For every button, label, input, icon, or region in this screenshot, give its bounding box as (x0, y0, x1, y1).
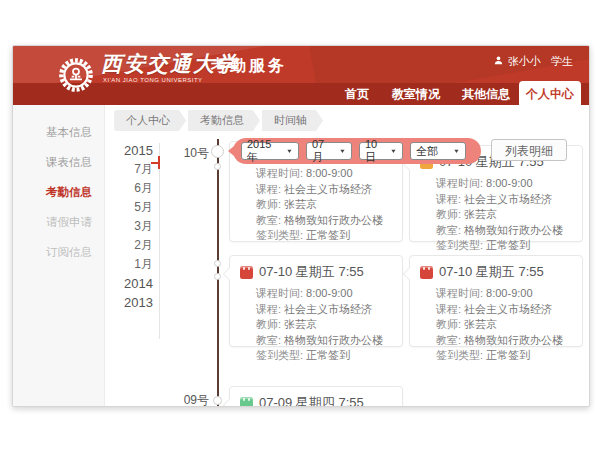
card-field-row: 课程时间:8:00-9:00 (436, 286, 574, 302)
field-label: 教师: (256, 318, 281, 330)
user-role: 学生 (551, 54, 573, 69)
axis-divider-line (159, 143, 160, 339)
axis-year-2015[interactable]: 2015 (109, 141, 153, 160)
sidebar-item-subscription-info[interactable]: 订阅信息 (13, 237, 104, 267)
breadcrumb-personal-center[interactable]: 个人中心 (114, 110, 186, 131)
filter-bar-notch (228, 146, 234, 156)
type-dropdown-value: 全部 (416, 144, 438, 159)
sidebar-item-basic-info[interactable]: 基本信息 (13, 117, 104, 147)
card-field-row: 签到类型:正常签到 (256, 228, 394, 244)
main-nav: 首页 教室情况 其他信息 个人中心 (13, 83, 589, 105)
service-title: 考勤服务 (211, 56, 287, 77)
app-header: 西安交通大学 XI'AN JIAO TONG UNIVERSITY 考勤服务 张… (13, 46, 589, 105)
axis-month-3[interactable]: 3月 (109, 217, 153, 236)
field-label: 教室: (436, 334, 461, 346)
user-name: 张小小 (508, 54, 541, 69)
field-label: 课程时间: (436, 177, 483, 189)
field-label: 签到类型: (256, 349, 303, 361)
card-field-row: 签到类型:正常签到 (436, 348, 574, 364)
card-field-row: 教室:格物致知行政办公楼 (256, 213, 394, 229)
card-field-row: 课程:社会主义市场经济 (436, 302, 574, 318)
field-value: 社会主义市场经济 (464, 303, 552, 315)
nav-item-other-info[interactable]: 其他信息 (455, 83, 517, 105)
nav-item-home[interactable]: 首页 (335, 83, 379, 105)
card-field-row: 课程:社会主义市场经济 (256, 182, 394, 198)
card-date-title: 07-09 星期四 7:55 (259, 394, 364, 407)
card-notch (224, 268, 230, 280)
field-value: 格物致知行政办公楼 (464, 334, 563, 346)
field-value: 8:00-9:00 (486, 177, 532, 189)
timeline-node (214, 260, 221, 267)
axis-month-5[interactable]: 5月 (109, 198, 153, 217)
card-field-row: 教室:格物致知行政办公楼 (256, 333, 394, 349)
card-field-row: 课程时间:8:00-9:00 (256, 286, 394, 302)
month-dropdown[interactable]: 07月 ▼ (306, 142, 352, 160)
field-value: 正常签到 (486, 349, 530, 361)
day-dropdown[interactable]: 10日 ▼ (359, 142, 403, 160)
card-field-row: 课程:社会主义市场经济 (436, 192, 574, 208)
field-label: 课程: (256, 303, 281, 315)
axis-month-7[interactable]: 7月 (109, 160, 153, 179)
field-label: 课程时间: (256, 287, 303, 299)
axis-month-6[interactable]: 6月 (109, 179, 153, 198)
axis-year-2014[interactable]: 2014 (109, 274, 153, 293)
card-date-title: 07-10 星期五 7:55 (439, 263, 544, 281)
field-value: 格物致知行政办公楼 (284, 214, 383, 226)
card-header: 07-09 星期四 7:55 (230, 387, 402, 407)
field-value: 格物致知行政办公楼 (284, 334, 383, 346)
year-dropdown-value: 2015年 (247, 138, 282, 165)
sidebar-item-schedule-info[interactable]: 课表信息 (13, 147, 104, 177)
sidebar: 基本信息 课表信息 考勤信息 请假申请 订阅信息 (13, 105, 105, 406)
axis-month-2[interactable]: 2月 (109, 236, 153, 255)
field-value: 张芸京 (464, 318, 497, 330)
date-filter-bar: 2015年 ▼ 07月 ▼ 10日 ▼ 全部 ▼ (233, 138, 481, 164)
card-field-row: 教师:张芸京 (256, 197, 394, 213)
nav-item-classrooms[interactable]: 教室情况 (385, 83, 447, 105)
field-label: 签到类型: (436, 349, 483, 361)
sidebar-item-attendance-info[interactable]: 考勤信息 (13, 177, 104, 207)
card-field-row: 签到类型:正常签到 (256, 348, 394, 364)
axis-month-1[interactable]: 1月 (109, 255, 153, 274)
timeline-node (211, 145, 224, 158)
card-notch (224, 399, 230, 407)
card-header: 07-10 星期五 7:55 (230, 256, 402, 283)
field-value: 8:00-9:00 (306, 167, 352, 179)
field-label: 课程时间: (436, 287, 483, 299)
field-label: 教师: (256, 198, 281, 210)
breadcrumb-attendance-info[interactable]: 考勤信息 (188, 110, 260, 131)
chevron-down-icon: ▼ (453, 148, 460, 154)
user-info[interactable]: 张小小 学生 (493, 54, 573, 69)
list-detail-button[interactable]: 列表明细 (491, 139, 567, 161)
field-label: 教室: (436, 224, 461, 236)
chevron-down-icon: ▼ (286, 148, 293, 154)
field-value: 社会主义市场经济 (284, 183, 372, 195)
field-value: 社会主义市场经济 (284, 303, 372, 315)
breadcrumb: 个人中心 考勤信息 时间轴 (114, 110, 325, 131)
university-name-en: XI'AN JIAO TONG UNIVERSITY (103, 77, 203, 83)
current-month-marker (158, 156, 160, 169)
field-label: 签到类型: (256, 229, 303, 241)
type-dropdown[interactable]: 全部 ▼ (410, 142, 466, 160)
current-month-marker-dash (151, 162, 158, 164)
breadcrumb-timeline[interactable]: 时间轴 (262, 110, 323, 131)
sidebar-item-leave-request[interactable]: 请假申请 (13, 207, 104, 237)
card-field-row: 教室:格物致知行政办公楼 (436, 223, 574, 239)
nav-item-personal-center[interactable]: 个人中心 (519, 81, 581, 105)
timeline-node (213, 396, 222, 405)
card-field-row: 教师:张芸京 (436, 317, 574, 333)
card-header: 07-10 星期五 7:55 (410, 256, 582, 283)
field-value: 8:00-9:00 (306, 287, 352, 299)
field-value: 社会主义市场经济 (464, 193, 552, 205)
field-value: 张芸京 (464, 208, 497, 220)
timeline-axis: 2015 7月 6月 5月 3月 2月 1月 2014 2013 (109, 141, 153, 312)
card-field-row: 课程时间:8:00-9:00 (256, 166, 394, 182)
field-label: 课程: (436, 193, 461, 205)
card-field-row: 教室:格物致知行政办公楼 (436, 333, 574, 349)
field-label: 签到类型: (436, 239, 483, 251)
field-value: 正常签到 (306, 229, 350, 241)
card-field-row: 签到类型:正常签到 (436, 238, 574, 254)
axis-year-2013[interactable]: 2013 (109, 293, 153, 312)
year-dropdown[interactable]: 2015年 ▼ (241, 142, 299, 160)
day-dropdown-value: 10日 (365, 138, 386, 165)
timeline-node (214, 273, 221, 280)
